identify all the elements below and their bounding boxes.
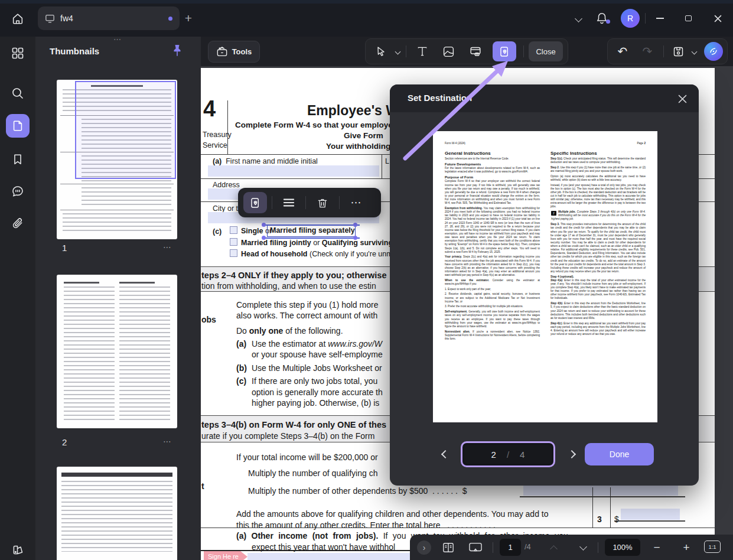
- trash-icon: [317, 197, 328, 209]
- destination-page-input[interactable]: 2 / 4: [461, 441, 555, 467]
- form-subtitle-1: Complete Form W-4 so that your employer: [235, 121, 396, 129]
- current-page-value[interactable]: 2: [491, 450, 496, 460]
- married-separately-label: Married filing separately: [270, 226, 355, 235]
- tools-button[interactable]: Tools: [208, 41, 260, 63]
- line-3-amount-field[interactable]: [621, 509, 680, 520]
- thumbnail-page-1[interactable]: [57, 80, 177, 239]
- mini-heading: [64, 282, 99, 284]
- text-tool-button[interactable]: [410, 45, 435, 57]
- select-tool-chevron[interactable]: [393, 50, 402, 54]
- selection-handle[interactable]: [262, 236, 266, 240]
- zoom-level-input[interactable]: 100%: [605, 539, 640, 556]
- ctx-list-button[interactable]: [277, 197, 301, 208]
- sidebar-item-search[interactable]: [0, 82, 35, 105]
- thumbnail-page-3[interactable]: [57, 467, 177, 560]
- page-layout-button[interactable]: [439, 540, 457, 555]
- document-tab[interactable]: fw4: [38, 6, 180, 30]
- preview-paragraph: Step 4(a). Enter in this step the total …: [550, 279, 646, 301]
- sidebar-item-comments[interactable]: [0, 180, 35, 203]
- head-household-label: Head of household: [241, 250, 308, 258]
- thumbnail-more-button[interactable]: ⋯: [163, 242, 172, 252]
- collapse-bar-button[interactable]: ›: [417, 541, 431, 555]
- window-maximize-button[interactable]: [674, 15, 702, 21]
- thumbnail-page-2[interactable]: [57, 275, 177, 428]
- preview-paragraph: Nonresident alien. If you're a nonreside…: [445, 330, 540, 341]
- close-tool-button[interactable]: Close: [529, 41, 563, 61]
- page-input-inner[interactable]: 2 / 4: [464, 445, 552, 464]
- sidebar-item-bookmarks[interactable]: [0, 148, 35, 171]
- theme-swatch-button[interactable]: [0, 538, 35, 560]
- ctx-set-destination-button[interactable]: [243, 192, 267, 213]
- image-tool-button[interactable]: [435, 45, 462, 58]
- avatar: R: [621, 9, 640, 28]
- item-b-text: Use the Multiple Jobs Worksheet or: [252, 363, 382, 373]
- mini-text-block: [82, 187, 171, 207]
- form-link-tool-button[interactable]: [462, 45, 489, 58]
- undo-icon: ↶: [618, 44, 628, 58]
- dialog-close-button[interactable]: [676, 92, 689, 105]
- page-separator: /: [507, 450, 509, 460]
- redo-button[interactable]: ↷: [635, 44, 660, 58]
- panel-drag-handle[interactable]: ⋯: [35, 37, 201, 43]
- notifications-button[interactable]: [588, 11, 615, 25]
- ctx-more-button[interactable]: ⋯: [344, 196, 368, 209]
- single-checkbox[interactable]: [230, 226, 237, 234]
- actual-size-button[interactable]: 1:1: [704, 541, 721, 553]
- zoom-in-button[interactable]: +: [678, 540, 695, 555]
- presentation-mode-button[interactable]: [465, 540, 486, 555]
- save-options-chevron[interactable]: [689, 50, 699, 54]
- dollar-sign: $: [462, 486, 467, 496]
- save-button[interactable]: [667, 45, 689, 58]
- viewport-selection-rect[interactable]: [75, 81, 176, 179]
- link-annotation-box[interactable]: Married filing separately: [267, 224, 356, 237]
- done-button[interactable]: Done: [585, 443, 654, 465]
- new-tab-button[interactable]: +: [181, 11, 196, 26]
- ai-assistant-button[interactable]: [704, 42, 723, 61]
- previous-page-button[interactable]: [545, 541, 562, 555]
- dependents-amount-field[interactable]: [523, 485, 678, 496]
- head-household-checkbox[interactable]: [230, 249, 237, 257]
- dept-fragment-2: Service: [203, 141, 227, 149]
- sidebar-item-attachments[interactable]: [0, 211, 35, 235]
- window-close-button[interactable]: [702, 15, 733, 22]
- zoom-out-button[interactable]: −: [649, 540, 665, 555]
- home-button[interactable]: [7, 8, 28, 30]
- thumbnail-more-button[interactable]: ⋯: [163, 437, 172, 446]
- selection-handle[interactable]: [353, 223, 357, 227]
- select-tool-button[interactable]: [369, 45, 393, 57]
- preview-lead: Self-employment.: [445, 310, 468, 313]
- step2-line2: also works. The correct amount of with: [236, 311, 377, 320]
- page-number-input[interactable]: 1: [500, 539, 521, 556]
- account-button[interactable]: R: [615, 9, 645, 28]
- first-name-field[interactable]: [208, 165, 379, 177]
- selection-handle[interactable]: [262, 223, 266, 227]
- mini-heading: [119, 282, 155, 284]
- next-page-button[interactable]: [574, 541, 592, 555]
- field-a-label: (a) First name and middle initial: [213, 157, 318, 165]
- comment-icon: [11, 184, 25, 198]
- tools-label: Tools: [232, 47, 252, 56]
- window-minimize-button[interactable]: [646, 18, 674, 19]
- line-3-dollar: $: [614, 515, 619, 524]
- window-menu-chevron[interactable]: [568, 16, 588, 21]
- filing-status-line-2: Married filing jointly or Qualifying sur…: [241, 239, 408, 247]
- preview-lead: When to use the estimator.: [445, 279, 493, 282]
- sidebar-item-thumbnails[interactable]: [6, 114, 30, 138]
- undo-button[interactable]: ↶: [610, 44, 635, 58]
- preview-paragraph: Step 3. This step provides instructions …: [550, 223, 646, 274]
- item-c-line3: higher paying job. Otherwise, (b) is: [252, 398, 379, 408]
- mini-separator: [60, 210, 174, 210]
- form-subtitle-3: Your withholding: [326, 142, 390, 151]
- sign-here-tag[interactable]: Sign He re: [204, 551, 247, 560]
- form-rule: [610, 487, 611, 528]
- set-destination-tool-button[interactable]: [493, 41, 516, 61]
- destination-preview-page[interactable]: Form W-4 (2024) Page 2 General Instructi…: [433, 131, 657, 422]
- married-jointly-checkbox[interactable]: [230, 238, 237, 246]
- pin-panel-button[interactable]: [170, 44, 184, 59]
- next-page-button[interactable]: [565, 447, 579, 461]
- previous-page-button[interactable]: [438, 447, 452, 461]
- sidebar-item-apps[interactable]: [0, 41, 35, 65]
- selection-handle[interactable]: [353, 236, 357, 240]
- form-rule: [201, 528, 715, 528]
- ctx-delete-button[interactable]: [311, 197, 334, 209]
